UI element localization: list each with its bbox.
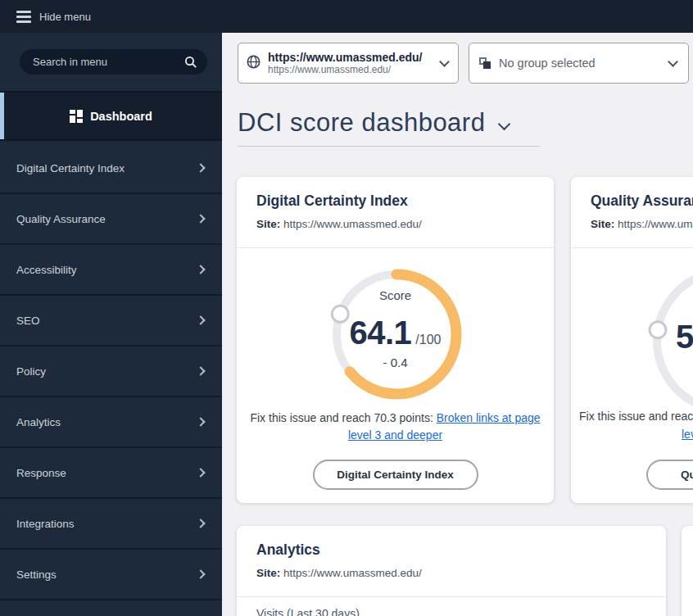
site-label: Site: <box>256 567 280 579</box>
dci-score-card: Digital Certainty Index Site: https://ww… <box>237 177 554 503</box>
page-title: DCI score dashboard <box>238 108 485 138</box>
chevron-down-icon <box>498 117 511 130</box>
site-url: https://www.umassmed.edu/ <box>283 218 422 230</box>
fix-issue-text: Fix this issue and reach 70.3 points: Br… <box>237 410 554 444</box>
benchmark-marker <box>650 322 666 338</box>
card-title: Digital Certainty Index <box>256 192 408 210</box>
score-label: Score <box>237 288 554 302</box>
sidebar-item-response[interactable]: Response <box>0 448 222 499</box>
divider <box>571 247 693 248</box>
search-input[interactable] <box>33 56 184 68</box>
main-content: https://www.umassmed.edu/ https://www.um… <box>222 33 693 616</box>
fix-text: Fix this issue and reach 70.3 points: <box>250 411 433 424</box>
chevron-right-icon <box>196 366 205 375</box>
group-selector-label: No group selected <box>499 57 669 70</box>
menu-item-label: Policy <box>16 365 46 378</box>
sidebar-search[interactable] <box>20 49 207 75</box>
dashboard-title-dropdown[interactable]: DCI score dashboard <box>238 108 540 147</box>
site-label: Site: <box>591 218 614 230</box>
sidebar-item-seo[interactable]: SEO <box>0 296 222 346</box>
globe-icon <box>247 55 260 72</box>
active-item-accent <box>0 93 4 139</box>
menu-item-label: Accessibility <box>16 264 77 276</box>
sidebar-item-analytics[interactable]: Analytics <box>0 397 222 448</box>
site-selector-subtitle: https://www.umassmed.edu/ <box>268 64 441 75</box>
analytics-card: Analytics Site: https://www.umassmed.edu… <box>237 526 666 616</box>
menu-item-label: Integrations <box>16 518 75 530</box>
chevron-right-icon <box>196 315 205 324</box>
fix-issue-link[interactable]: level 3 and deeper <box>682 428 693 441</box>
sidebar-item-settings[interactable]: Settings <box>0 550 222 600</box>
sidebar-item-digital-certainty-index[interactable]: Digital Certainty Index <box>0 143 222 194</box>
site-selector-dropdown[interactable]: https://www.umassmed.edu/ https://www.um… <box>238 43 459 84</box>
menu-item-label: Response <box>16 467 66 479</box>
score-value-row: 64.1 /100 <box>237 315 554 351</box>
sidebar-item-policy[interactable]: Policy <box>0 346 222 397</box>
card-site-line: Site: https://www.umassmed.edu/ <box>256 567 422 579</box>
hide-menu-label: Hide menu <box>39 11 91 23</box>
dashboard-label: Dashboard <box>90 110 152 123</box>
chevron-right-icon <box>196 468 205 477</box>
sidebar-menu: Digital Certainty Index Quality Assuranc… <box>0 143 222 600</box>
chevron-down-icon <box>439 57 450 67</box>
card-site-line: Site: https://www.umassmed.edu/ <box>256 218 422 230</box>
sidebar-item-integrations[interactable]: Integrations <box>0 499 222 550</box>
fix-text: Fix this issue and reach <box>579 410 693 423</box>
dashboard-icon <box>70 110 83 123</box>
score-denominator: /100 <box>415 333 441 347</box>
menu-item-label: Quality Assurance <box>16 213 106 225</box>
fix-link-line1[interactable]: Broken links at page <box>437 411 541 424</box>
chevron-right-icon <box>196 163 205 172</box>
sidebar-item-dashboard[interactable]: Dashboard <box>0 91 222 141</box>
score-value: 5 <box>676 319 693 356</box>
site-url: https://www.umassmed.edu/ <box>618 218 693 230</box>
dci-dashboard-page: { "topbar": { "menu_toggle_label": "Hide… <box>0 0 693 616</box>
divider <box>237 596 666 597</box>
site-label: Site: <box>256 218 280 230</box>
menu-item-label: Analytics <box>16 416 61 428</box>
menu-item-label: SEO <box>16 315 40 327</box>
site-selector-title: https://www.umassmed.edu/ <box>268 51 441 64</box>
group-icon <box>479 57 491 69</box>
group-selector-dropdown[interactable]: No group selected <box>469 43 689 84</box>
chevron-right-icon <box>196 519 205 528</box>
fix-link-line2[interactable]: level 3 and deeper <box>348 428 442 442</box>
site-url: https://www.umassmed.edu/ <box>283 567 422 579</box>
menu-item-label: Digital Certainty Index <box>16 162 125 174</box>
menu-item-label: Settings <box>16 568 57 581</box>
hamburger-icon <box>16 11 31 23</box>
chevron-right-icon <box>196 214 205 223</box>
chevron-right-icon <box>196 569 205 578</box>
score-value: 64.1 <box>350 315 412 351</box>
qa-card-button[interactable]: Quality Assurance <box>646 460 693 490</box>
sidebar-item-quality-assurance[interactable]: Quality Assurance <box>0 194 222 245</box>
card-title: Analytics <box>256 541 320 559</box>
chevron-right-icon <box>196 417 205 426</box>
chevron-right-icon <box>196 265 205 274</box>
sidebar-item-accessibility[interactable]: Accessibility <box>0 245 222 296</box>
card-title: Quality Assurance <box>591 192 693 210</box>
sidebar: Dashboard Digital Certainty Index Qualit… <box>0 33 222 616</box>
divider <box>237 247 554 248</box>
card-site-line: Site: https://www.umassmed.edu/ <box>591 218 693 230</box>
qa-score-card: Quality Assurance Site: https://www.umas… <box>571 177 693 503</box>
dci-card-button[interactable]: Digital Certainty Index <box>313 460 478 490</box>
score-change: - 0.4 <box>237 356 554 369</box>
visits-metric-label: Visits (Last 30 days) <box>256 607 360 616</box>
clipped-card <box>682 526 693 616</box>
search-icon[interactable] <box>184 56 197 69</box>
top-bar: Hide menu <box>0 0 693 33</box>
hide-menu-button[interactable]: Hide menu <box>16 6 91 27</box>
chevron-down-icon <box>668 57 678 67</box>
